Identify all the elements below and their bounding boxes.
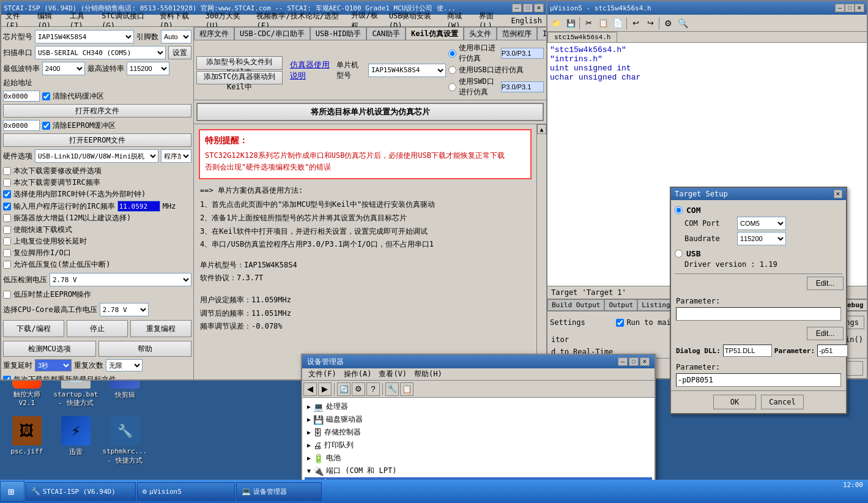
checkbox-auto-reload[interactable]: 每次下载前都重新装载目标文件 bbox=[3, 374, 191, 379]
taskbar-keil[interactable]: ⚙ μVision5 bbox=[137, 482, 235, 501]
maximize-btn[interactable]: □ bbox=[523, 4, 533, 12]
add-keil-btn[interactable]: 添加型号和头文件到Keil中 bbox=[196, 56, 283, 70]
cpu-core-select[interactable]: 2.78 V bbox=[100, 303, 149, 316]
tab-examples[interactable]: 范例程序 bbox=[497, 27, 537, 40]
devmgr-tool-5[interactable]: 🔧 bbox=[385, 382, 399, 396]
dll-param-field[interactable] bbox=[817, 345, 848, 357]
dll-value-field[interactable] bbox=[723, 345, 772, 357]
devmgr-menu-view[interactable]: 查看(V) bbox=[375, 368, 410, 380]
radio-swd[interactable]: 使用SWD口进行仿真 bbox=[448, 76, 544, 97]
devmgr-tool-4[interactable]: ? bbox=[366, 382, 380, 396]
taskbar-stc[interactable]: 🔧 STCAI-ISP (V6.94D) bbox=[26, 482, 136, 501]
edit-btn[interactable]: Edit... bbox=[807, 277, 844, 290]
start-btn[interactable]: ⊞ bbox=[0, 481, 24, 502]
devmgr-menu-help[interactable]: 帮助(H) bbox=[410, 368, 446, 380]
edit2-btn[interactable]: Edit... bbox=[807, 327, 844, 340]
devmgr-tool-6[interactable]: 📋 bbox=[400, 382, 414, 396]
target-setup-ok[interactable]: OK bbox=[713, 395, 756, 409]
checkbox-osc-amp[interactable]: 振荡器放大增益(12M以上建议选择) bbox=[3, 212, 191, 224]
devmgr-max[interactable]: □ bbox=[629, 357, 639, 366]
hw-prog-select[interactable]: 程序加 bbox=[161, 149, 191, 163]
checkbox-internal-irc[interactable]: 选择使用内部IRC时钟(不选为外部时钟) bbox=[3, 188, 191, 200]
taskbar-devmgr[interactable]: 💻 设备管理器 bbox=[236, 482, 322, 501]
target-setup-close[interactable]: ✕ bbox=[834, 190, 842, 198]
keil-file-tab[interactable]: stc15w4k56s4.h bbox=[547, 32, 617, 42]
port-select[interactable]: USB-SERIAL CH340 (COM5) bbox=[35, 46, 166, 59]
menu-english[interactable]: English bbox=[508, 15, 545, 26]
tree-item-cpu[interactable]: ▶💻处理器 bbox=[305, 400, 652, 413]
param1-field[interactable] bbox=[676, 307, 841, 321]
param2-field[interactable] bbox=[676, 373, 841, 387]
tab-header[interactable]: 头文件 bbox=[464, 27, 497, 40]
close-btn[interactable]: ✕ bbox=[534, 4, 544, 12]
desktop-icon-psc[interactable]: 🖼 psc.jiff bbox=[5, 414, 49, 468]
tree-item-disk[interactable]: ▶💾磁盘驱动器 bbox=[305, 413, 652, 426]
freq-value-input[interactable] bbox=[117, 201, 160, 212]
keil-tool-1[interactable]: 📁 bbox=[549, 17, 563, 30]
help-btn[interactable]: 帮助 bbox=[98, 341, 191, 357]
clear-code-check[interactable] bbox=[42, 92, 50, 100]
com-port-select[interactable]: COM5 bbox=[737, 217, 786, 230]
target-setup-cancel[interactable]: Cancel bbox=[761, 395, 804, 409]
check-mcu-btn[interactable]: 检测MCU选项 bbox=[3, 341, 96, 357]
devmgr-tool-back[interactable]: ◀ bbox=[303, 382, 317, 396]
devmgr-tool-forward[interactable]: ▶ bbox=[318, 382, 332, 396]
desktop-icon-stph[interactable]: 🔧 stphmkrc... - 快捷方式 bbox=[103, 414, 147, 468]
baudrate-select[interactable]: 115200 bbox=[737, 232, 786, 245]
download-btn[interactable]: 下载/编程 bbox=[3, 320, 64, 337]
run-to-main-check[interactable] bbox=[616, 319, 624, 327]
com-radio[interactable] bbox=[675, 206, 683, 214]
hw-opts-select[interactable]: USB-Link1D/U8W/U8W-Mini脱机 bbox=[35, 149, 158, 163]
checkbox-long-delay[interactable]: 上电复位使用较长延时 bbox=[3, 236, 191, 247]
radio-usb[interactable]: 使用USB口进行仿真 bbox=[448, 65, 544, 75]
checkbox-allow-lvr[interactable]: 允许低压复位(禁止低压中断) bbox=[3, 259, 191, 270]
tab-usb-hid[interactable]: USB-HID助手 bbox=[310, 27, 367, 40]
reprog-btn[interactable]: 重复编程 bbox=[130, 320, 191, 337]
stop-btn[interactable]: 停止 bbox=[67, 320, 128, 337]
keil-tool-2[interactable]: 💾 bbox=[563, 17, 578, 30]
low-volt-select[interactable]: 2.78 V bbox=[50, 273, 191, 286]
tab-listing[interactable]: Listing bbox=[637, 299, 674, 311]
devmgr-close[interactable]: ✕ bbox=[640, 357, 650, 366]
scroll-up-btn[interactable]: ▲ bbox=[537, 124, 546, 134]
devmgr-menu-action[interactable]: 操作(A) bbox=[340, 368, 376, 380]
addr1-input[interactable] bbox=[3, 91, 40, 102]
set-sim-chip-btn[interactable]: 将所选目标单片机设置为仿真芯片 bbox=[196, 103, 544, 121]
radio-serial[interactable]: 使用串口进行仿真 bbox=[448, 43, 544, 64]
sim-chip-select[interactable]: IAP15W4K58S4 bbox=[368, 64, 446, 77]
addr2-input[interactable] bbox=[3, 120, 40, 131]
keil-tool-7[interactable]: ↪ bbox=[643, 17, 658, 30]
keil-build-btn[interactable]: ⚙ bbox=[661, 17, 675, 30]
tab-usb-cdc[interactable]: USB-CDC/串口助手 bbox=[234, 27, 310, 40]
minimize-btn[interactable]: ─ bbox=[512, 4, 522, 12]
devmgr-tool-3[interactable]: ⚙ bbox=[352, 382, 365, 396]
tab-io[interactable]: I/O编 bbox=[537, 27, 546, 40]
keil-close-btn[interactable]: ✕ bbox=[855, 4, 864, 12]
max-baud-select[interactable]: 115200 bbox=[127, 62, 169, 75]
checkbox-rst-io[interactable]: 复位脚用作I/O口 bbox=[3, 247, 191, 259]
checkbox-adj-irc[interactable]: 本次下载需要调节IRC频率 bbox=[3, 177, 191, 188]
clear-eeprom-check[interactable] bbox=[42, 122, 50, 130]
chip-model-select[interactable]: IAP15W4K58S4 bbox=[35, 30, 134, 43]
keil-min-btn[interactable]: ─ bbox=[835, 4, 845, 12]
min-baud-select[interactable]: 2400 bbox=[42, 62, 85, 75]
tab-can[interactable]: CAN助手 bbox=[366, 27, 406, 40]
devmgr-min[interactable]: ─ bbox=[618, 357, 628, 366]
checkbox-fast-dl[interactable]: 使能快速下载模式 bbox=[3, 224, 191, 236]
checkbox-user-freq[interactable] bbox=[3, 203, 11, 211]
keil-tool-3[interactable]: ✂ bbox=[581, 17, 596, 30]
checkbox-modify-hw[interactable]: 本次下载需要修改硬件选项 bbox=[3, 165, 191, 177]
desktop-icon-thunder[interactable]: ⚡ 迅雷 bbox=[54, 414, 98, 468]
tab-build-output[interactable]: Build Output bbox=[547, 299, 604, 311]
settings-button[interactable]: 设置 bbox=[168, 46, 191, 59]
tree-item-print[interactable]: ▶🖨打印队列 bbox=[305, 439, 652, 452]
count-select[interactable]: 无限 bbox=[106, 359, 143, 371]
tree-item-ports[interactable]: ▼🔌端口 (COM 和 LPT) bbox=[305, 464, 652, 477]
open-eeprom-btn[interactable]: 打开EEPROM文件 bbox=[3, 133, 191, 147]
devmgr-tool-refresh[interactable]: 🔄 bbox=[337, 382, 351, 396]
keil-debug-btn[interactable]: 🔍 bbox=[675, 17, 690, 30]
devmgr-menu-file[interactable]: 文件(F) bbox=[305, 368, 340, 380]
freq-select[interactable]: Auto bbox=[161, 30, 191, 43]
delay-select[interactable]: 3秒 bbox=[35, 359, 72, 371]
tab-keil-sim[interactable]: Keil仿真设置 bbox=[406, 27, 464, 40]
